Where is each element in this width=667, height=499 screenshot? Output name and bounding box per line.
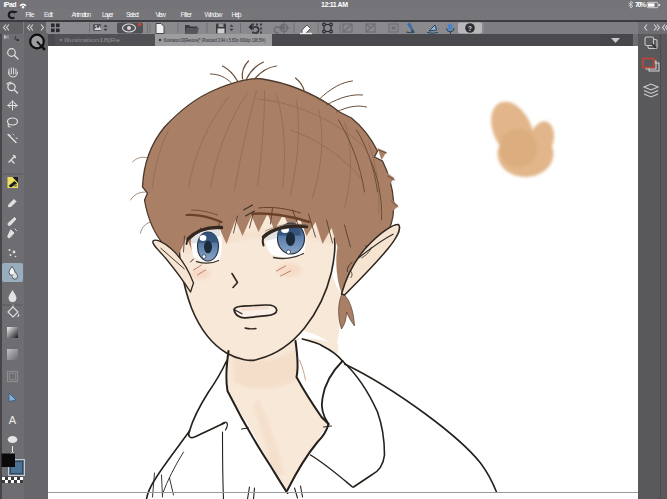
svg-text:File: File [26,11,35,18]
svg-text:View: View [156,11,167,18]
svg-text:Select: Select [126,11,139,18]
svg-text:12:11 AM: 12:11 AM [321,1,348,8]
svg-text:iPad: iPad [4,1,17,8]
svg-text:Window: Window [205,11,223,18]
svg-text:Edit: Edit [44,11,53,18]
svg-text:Filter: Filter [181,11,193,18]
svg-text:Animation: Animation [72,11,92,18]
svg-text:Help: Help [232,11,242,19]
svg-text:?: ? [468,25,472,32]
svg-text:A: A [9,414,17,426]
svg-text:Illustration19[Restore]* (Post: Illustration19[Restore]* (Postcard 3.94 … [164,37,266,43]
svg-text:70%: 70% [635,1,647,8]
svg-text:Illustration18[Re: Illustration18[Re [64,37,121,43]
svg-text:Layer: Layer [102,11,114,19]
